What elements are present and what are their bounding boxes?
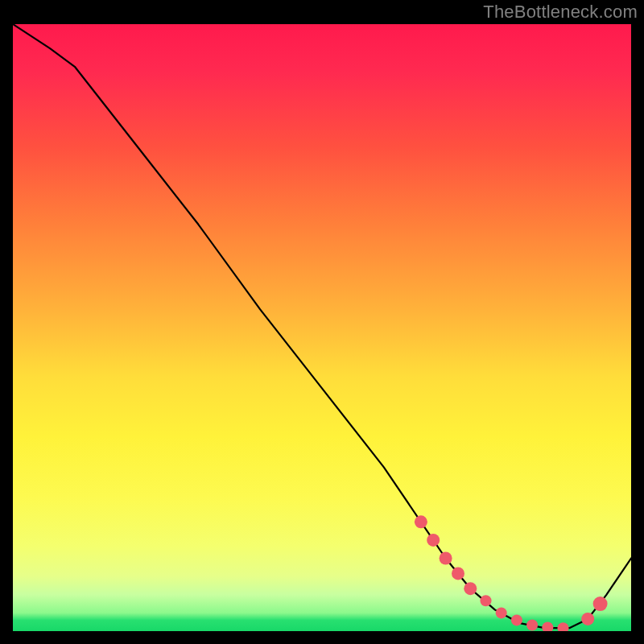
- watermark-text: TheBottleneck.com: [483, 2, 638, 23]
- marker-point: [440, 552, 452, 565]
- marker-point: [452, 567, 464, 580]
- bottleneck-curve: [13, 24, 631, 628]
- marker-point: [542, 622, 553, 632]
- marker-point: [511, 614, 522, 625]
- plot-area: [13, 24, 631, 631]
- marker-point: [481, 595, 492, 606]
- marker-point: [464, 582, 477, 595]
- marker-point: [526, 620, 538, 631]
- chart-frame: TheBottleneck.com: [0, 0, 644, 644]
- marker-point: [558, 622, 569, 631]
- chart-svg: [13, 24, 631, 631]
- highlight-markers: [415, 515, 608, 631]
- marker-point: [496, 607, 507, 618]
- marker-point: [415, 515, 427, 528]
- marker-point: [593, 597, 608, 611]
- marker-point: [581, 613, 594, 625]
- marker-point: [427, 534, 440, 547]
